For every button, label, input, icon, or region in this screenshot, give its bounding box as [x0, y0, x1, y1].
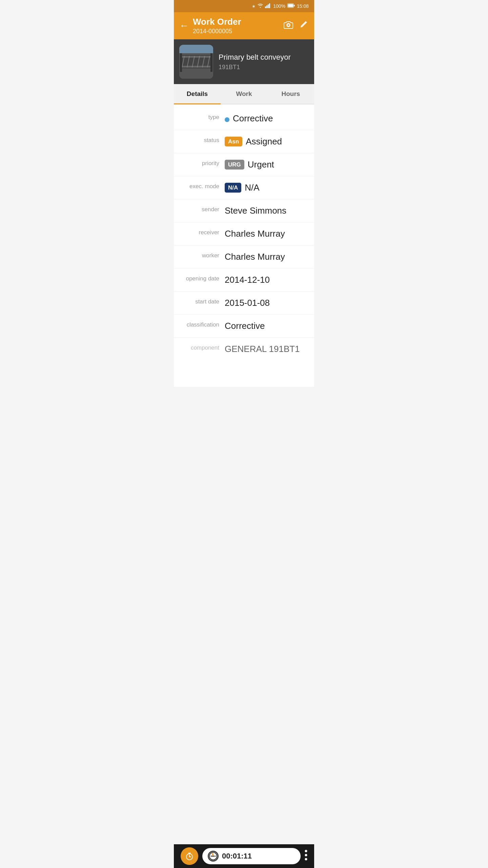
value-classification: Corrective: [225, 321, 307, 331]
detail-row-classification: classification Corrective: [174, 315, 314, 338]
detail-row-priority: priority URG Urgent: [174, 153, 314, 176]
value-priority: URG Urgent: [225, 159, 307, 170]
value-opening-date: 2014-12-10: [225, 275, 307, 285]
content-area: type Corrective status Asn Assigned prio…: [174, 104, 314, 387]
svg-rect-19: [180, 52, 182, 72]
battery-percent: 100%: [273, 3, 285, 9]
header-title: Work Order: [193, 17, 284, 27]
header-title-group: Work Order 2014-0000005: [193, 17, 284, 35]
status-bar: ∗ 100% 15:08: [174, 0, 314, 12]
tab-work[interactable]: Work: [221, 84, 267, 104]
label-component: component: [181, 344, 225, 351]
value-receiver: Charles Murray: [225, 229, 307, 239]
asset-image: [179, 45, 213, 79]
camera-icon[interactable]: [284, 21, 293, 31]
exec-mode-badge: N/A: [225, 183, 241, 193]
wifi-icon: [258, 3, 263, 9]
type-dot: [225, 117, 229, 122]
svg-rect-20: [210, 52, 212, 72]
label-type: type: [181, 113, 225, 121]
detail-row-status: status Asn Assigned: [174, 130, 314, 153]
priority-badge: URG: [225, 160, 244, 170]
label-receiver: receiver: [181, 229, 225, 236]
label-classification: classification: [181, 321, 225, 328]
svg-rect-22: [179, 46, 213, 53]
detail-row-exec-mode: exec. mode N/A N/A: [174, 176, 314, 199]
detail-row-start-date: start date 2015-01-08: [174, 292, 314, 315]
svg-rect-2: [268, 4, 269, 8]
header-actions: [284, 20, 309, 32]
detail-row-opening-date: opening date 2014-12-10: [174, 269, 314, 292]
value-start-date: 2015-01-08: [225, 298, 307, 308]
asset-code: 191BT1: [219, 64, 291, 71]
back-button[interactable]: ←: [179, 21, 189, 31]
status-icons: ∗ 100% 15:08: [252, 3, 309, 9]
label-exec-mode: exec. mode: [181, 182, 225, 190]
detail-row-sender: sender Steve Simmons: [174, 199, 314, 222]
asset-name: Primary belt conveyor: [219, 53, 291, 62]
header-subtitle: 2014-0000005: [193, 28, 284, 35]
battery-icon: [287, 3, 295, 9]
status-badge: Asn: [225, 137, 242, 147]
tabs: Details Work Hours: [174, 84, 314, 104]
asset-info: Primary belt conveyor 191BT1: [219, 53, 291, 71]
label-sender: sender: [181, 205, 225, 213]
value-worker: Charles Murray: [225, 252, 307, 262]
svg-rect-12: [181, 66, 211, 67]
label-opening-date: opening date: [181, 275, 225, 282]
label-worker: worker: [181, 252, 225, 259]
label-status: status: [181, 136, 225, 144]
value-sender: Steve Simmons: [225, 205, 307, 216]
detail-row-type: type Corrective: [174, 107, 314, 130]
asset-banner: Primary belt conveyor 191BT1: [174, 39, 314, 84]
tab-details[interactable]: Details: [174, 84, 221, 104]
svg-point-8: [287, 24, 289, 26]
svg-rect-3: [269, 3, 270, 8]
bluetooth-icon: ∗: [252, 4, 256, 9]
tab-hours[interactable]: Hours: [267, 84, 314, 104]
edit-icon[interactable]: [300, 20, 309, 32]
svg-rect-23: [179, 72, 213, 79]
value-exec-mode: N/A N/A: [225, 182, 307, 193]
detail-row-worker: worker Charles Murray: [174, 245, 314, 269]
value-type: Corrective: [225, 113, 307, 124]
svg-rect-11: [181, 56, 211, 58]
header: ← Work Order 2014-0000005: [174, 12, 314, 39]
value-component: GENERAL 191BT1: [225, 344, 307, 354]
svg-rect-5: [288, 4, 293, 7]
detail-row-component: component GENERAL 191BT1: [174, 338, 314, 357]
signal-icon: [265, 3, 271, 9]
detail-row-receiver: receiver Charles Murray: [174, 222, 314, 245]
svg-rect-1: [266, 5, 267, 8]
value-status: Asn Assigned: [225, 136, 307, 147]
label-start-date: start date: [181, 298, 225, 305]
svg-rect-6: [294, 5, 295, 6]
svg-rect-0: [265, 6, 266, 8]
time-display: 15:08: [297, 3, 309, 9]
label-priority: priority: [181, 159, 225, 167]
